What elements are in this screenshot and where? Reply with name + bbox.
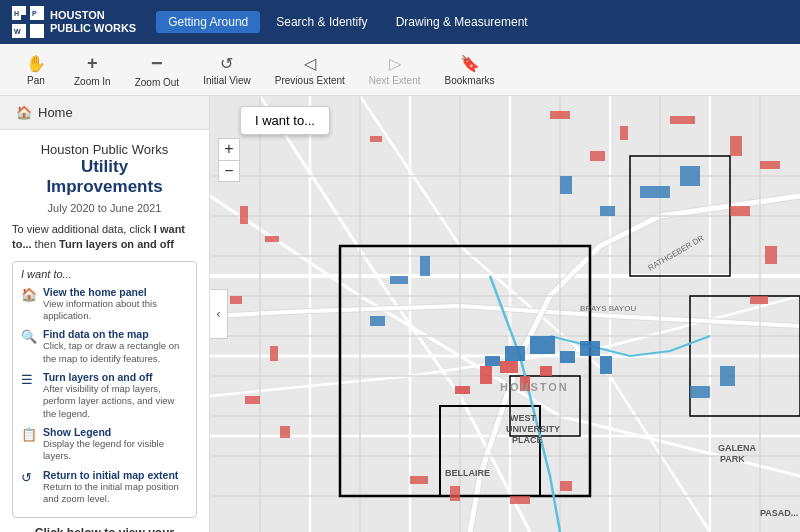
tab-search-identify[interactable]: Search & Identify	[264, 11, 379, 33]
svg-rect-37	[670, 116, 695, 124]
bookmarks-icon: 🔖	[460, 54, 480, 73]
home-panel-icon: 🏠	[21, 287, 37, 302]
svg-rect-40	[240, 206, 248, 224]
header: H P W HOUSTON PUBLIC WORKS Getting Aroun…	[0, 0, 800, 44]
home-tab-label: Home	[38, 105, 73, 120]
svg-text:BELLAIRE: BELLAIRE	[445, 468, 490, 478]
iwant-box: I want to... 🏠 View the home panel View …	[12, 261, 197, 519]
svg-rect-33	[370, 136, 382, 142]
toolbar: ✋ Pan + Zoom In − Zoom Out ↺ Initial Vie…	[0, 44, 800, 96]
iwant-item-layers[interactable]: ☰ Turn layers on and off After visibilit…	[21, 371, 188, 420]
logo-text: HOUSTON PUBLIC WORKS	[50, 9, 136, 35]
tab-getting-around[interactable]: Getting Around	[156, 11, 260, 33]
svg-rect-56	[510, 496, 530, 504]
sidebar-home-tab[interactable]: 🏠 Home	[0, 96, 209, 130]
svg-rect-36	[620, 126, 628, 140]
svg-rect-50	[500, 361, 518, 373]
iwant-home-desc: View information about this application.	[43, 298, 188, 323]
svg-rect-53	[540, 366, 552, 376]
svg-rect-57	[560, 481, 572, 491]
main-area: 🏠 Home Houston Public Works UtilityImpro…	[0, 96, 800, 532]
map-container[interactable]: ‹ I want to... + −	[210, 96, 800, 532]
svg-rect-67	[600, 356, 612, 374]
svg-rect-4	[30, 24, 44, 38]
map-svg: HOUSTON BELLAIRE WEST UNIVERSITY PLACE G…	[210, 96, 800, 532]
prev-extent-tool[interactable]: ◁ Previous Extent	[265, 50, 355, 90]
svg-text:PASAD...: PASAD...	[760, 508, 798, 518]
svg-text:UNIVERSITY: UNIVERSITY	[506, 424, 560, 434]
zoom-out-icon: −	[151, 52, 163, 75]
svg-rect-41	[265, 236, 279, 242]
svg-rect-34	[550, 111, 570, 119]
svg-text:W: W	[14, 28, 21, 35]
org-line2: PUBLIC WORKS	[50, 22, 136, 35]
logo-icon: H P W	[12, 6, 44, 38]
svg-text:WEST: WEST	[510, 413, 537, 423]
app-title: Houston Public Works UtilityImprovements…	[12, 142, 197, 214]
pan-icon: ✋	[26, 54, 46, 73]
app-main-title: UtilityImprovements	[12, 157, 197, 198]
click-below-text: Click below to view your address	[12, 526, 197, 532]
iwant-item-legend[interactable]: 📋 Show Legend Display the legend for vis…	[21, 426, 188, 463]
iwant-item-extent[interactable]: ↺ Return to initial map extent Return to…	[21, 469, 188, 506]
iwant-extent-desc: Return to the initial map position and z…	[43, 481, 188, 506]
svg-rect-3	[21, 15, 26, 20]
map-zoom-out-button[interactable]: −	[218, 160, 240, 182]
extent-icon: ↺	[21, 470, 37, 485]
initial-view-icon: ↺	[220, 54, 233, 73]
nav-tabs: Getting Around Search & Identify Drawing…	[156, 11, 540, 33]
org-line1: HOUSTON	[50, 9, 136, 22]
svg-text:PARK: PARK	[720, 454, 745, 464]
next-extent-icon: ▷	[389, 54, 401, 73]
pan-tool[interactable]: ✋ Pan	[12, 50, 60, 90]
iwant-find-desc: Click, tap or draw a rectangle on the ma…	[43, 340, 188, 365]
prev-extent-icon: ◁	[304, 54, 316, 73]
svg-rect-39	[760, 161, 780, 169]
legend-icon: 📋	[21, 427, 37, 442]
svg-rect-69	[420, 256, 430, 276]
iwant-map-button[interactable]: I want to...	[240, 106, 330, 135]
zoom-out-tool[interactable]: − Zoom Out	[125, 48, 189, 92]
bookmarks-tool[interactable]: 🔖 Bookmarks	[435, 50, 505, 90]
svg-rect-59	[680, 166, 700, 186]
svg-rect-68	[390, 276, 408, 284]
zoom-in-tool[interactable]: + Zoom In	[64, 49, 121, 91]
svg-rect-38	[730, 136, 742, 156]
logo-area: H P W HOUSTON PUBLIC WORKS	[12, 6, 136, 38]
svg-rect-58	[640, 186, 670, 198]
svg-text:H: H	[14, 10, 19, 17]
svg-rect-72	[720, 366, 735, 386]
iwant-item-find[interactable]: 🔍 Find data on the map Click, tap or dra…	[21, 328, 188, 365]
svg-rect-55	[450, 486, 460, 501]
iwant-layers-title: Turn layers on and off	[43, 371, 188, 383]
tab-drawing-measurement[interactable]: Drawing & Measurement	[384, 11, 540, 33]
svg-rect-46	[730, 206, 750, 216]
iwant-item-home[interactable]: 🏠 View the home panel View information a…	[21, 286, 188, 323]
iwant-find-title: Find data on the map	[43, 328, 188, 340]
initial-view-tool[interactable]: ↺ Initial View	[193, 50, 261, 90]
svg-text:HOUSTON: HOUSTON	[500, 381, 569, 393]
iwant-extent-title: Return to initial map extent	[43, 469, 188, 481]
svg-rect-48	[750, 296, 768, 304]
iwant-legend-desc: Display the legend for visible layers.	[43, 438, 188, 463]
layers-icon: ☰	[21, 372, 37, 387]
home-icon: 🏠	[16, 105, 32, 120]
svg-rect-70	[370, 316, 385, 326]
svg-rect-47	[765, 246, 777, 264]
svg-rect-64	[560, 351, 575, 363]
svg-text:GALENA: GALENA	[718, 443, 757, 453]
zoom-in-icon: +	[87, 53, 98, 74]
address-search-section: Click below to view your address Address…	[12, 526, 197, 532]
svg-rect-66	[580, 341, 600, 356]
sidebar: 🏠 Home Houston Public Works UtilityImpro…	[0, 96, 210, 532]
find-data-icon: 🔍	[21, 329, 37, 344]
svg-rect-52	[455, 386, 470, 394]
iwant-legend-title: Show Legend	[43, 426, 188, 438]
svg-text:PLACE: PLACE	[512, 435, 543, 445]
app-description: To view additional data, click I want to…	[12, 222, 197, 253]
svg-rect-35	[590, 151, 605, 161]
map-zoom-in-button[interactable]: +	[218, 138, 240, 160]
svg-rect-45	[280, 426, 290, 438]
next-extent-tool: ▷ Next Extent	[359, 50, 431, 90]
collapse-sidebar-button[interactable]: ‹	[210, 289, 228, 339]
